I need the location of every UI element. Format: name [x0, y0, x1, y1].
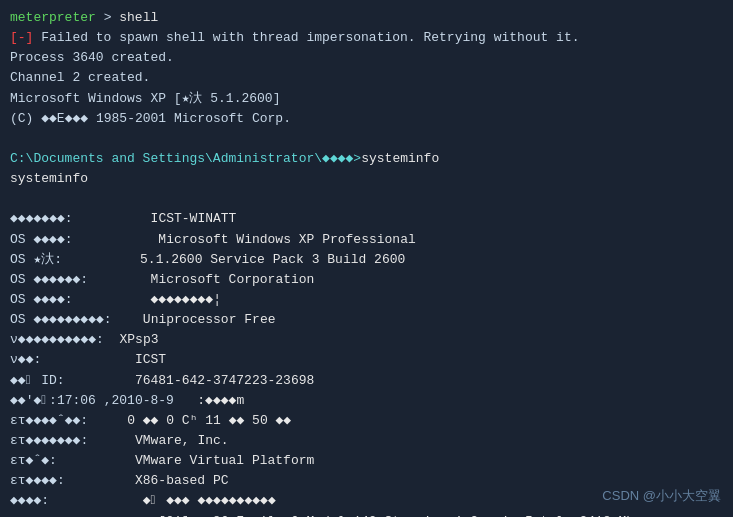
info-processor-val: [01]: x86 Family 6 Model 140 Stepping 1 … — [10, 512, 723, 517]
info-model: ετ◆ˆ◆: VMware Virtual Platform — [10, 451, 723, 471]
label: ν◆◆: — [10, 352, 135, 367]
prompt-text: meterpreter — [10, 10, 96, 25]
info-hostname: ◆◆◆◆◆◆◆: ICST-WINATT — [10, 209, 723, 229]
value: 5.1.2600 Service Pack 3 Build 2600 — [140, 252, 405, 267]
command-text: shell — [119, 10, 158, 25]
value: [01]: x86 Family 6 Model 140 Stepping 1 … — [158, 514, 642, 517]
label: ν◆◆◆◆◆◆◆◆◆◆: — [10, 332, 119, 347]
prompt-line: meterpreter > shell — [10, 8, 723, 28]
indent — [10, 514, 158, 517]
info-mfr: ετ◆◆◆◆◆◆◆: VMware, Inc. — [10, 431, 723, 451]
label: ◆◆𥱣 ID: — [10, 373, 135, 388]
process-line: Process 3640 created. — [10, 48, 723, 68]
info-os-mfr: OS ◆◆◆◆◆◆: Microsoft Corporation — [10, 270, 723, 290]
label: OS ★汏: — [10, 252, 140, 267]
path-line: C:\Documents and Settings\Administrator\… — [10, 149, 723, 169]
value: VMware, Inc. — [135, 433, 229, 448]
value: Microsoft Windows XP Professional — [151, 232, 416, 247]
info-os-type: OS ◆◆◆◆◆◆◆◆◆: Uniprocessor Free — [10, 310, 723, 330]
error-bracket: [-] — [10, 30, 33, 45]
terminal-content: meterpreter > shell [-] Failed to spawn … — [10, 8, 723, 517]
info-os-ver: OS ★汏: 5.1.2600 Service Pack 3 Build 260… — [10, 250, 723, 270]
label: ετ◆◆◆◆: — [10, 473, 135, 488]
value: Uniprocessor Free — [143, 312, 276, 327]
value: ICST — [135, 352, 166, 367]
blank2 — [10, 189, 723, 209]
value: ◆𥱡 ◆◆◆ ◆◆◆◆◆◆◆◆◆◆ — [143, 493, 276, 508]
blank1 — [10, 129, 723, 149]
info-prod-id: ◆◆𥱣 ID: 76481-642-3747223-23698 — [10, 371, 723, 391]
label: OS ◆◆◆◆: — [10, 232, 151, 247]
value: Microsoft Corporation — [151, 272, 315, 287]
info-reg-owner: ν◆◆◆◆◆◆◆◆◆◆: XPsp3 — [10, 330, 723, 350]
label: ◆◆◆◆◆◆◆: — [10, 211, 151, 226]
label: OS ◆◆◆◆: — [10, 292, 151, 307]
winxp-line: Microsoft Windows XP [★汏 5.1.2600] — [10, 89, 723, 109]
error-line: [-] Failed to spawn shell with thread im… — [10, 28, 723, 48]
label: OS ◆◆◆◆◆◆◆◆◆: — [10, 312, 143, 327]
value: ◆◆◆◆◆◆◆◆¦ — [151, 292, 221, 307]
value: 76481-642-3747223-23698 — [135, 373, 314, 388]
label: ετ◆ˆ◆: — [10, 453, 135, 468]
error-text: Failed to spawn shell with thread impers… — [33, 30, 579, 45]
channel-line: Channel 2 created. — [10, 68, 723, 88]
copyright-line: (C) ◆◆E◆◆◆ 1985-2001 Microsoft Corp. — [10, 109, 723, 129]
sysinfo-echo: systeminfo — [10, 169, 723, 189]
value: :◆◆◆◆m — [197, 393, 244, 408]
info-install-date: ◆◆'◆𥱩:17:06 ,2010-8-9 :◆◆◆◆m — [10, 391, 723, 411]
watermark: CSDN @小小大空翼 — [602, 487, 721, 505]
info-boot-time: ετ◆◆◆◆ˆ◆◆: 0 ◆◆ 0 Cʰ 11 ◆◆ 50 ◆◆ — [10, 411, 723, 431]
value: X86-based PC — [135, 473, 229, 488]
sysinfo-cmd: systeminfo — [361, 151, 439, 166]
label: ετ◆◆◆◆◆◆◆: — [10, 433, 135, 448]
info-os-config: OS ◆◆◆◆: ◆◆◆◆◆◆◆◆¦ — [10, 290, 723, 310]
value: VMware Virtual Platform — [135, 453, 314, 468]
value: XPsp3 — [119, 332, 158, 347]
label: OS ◆◆◆◆◆◆: — [10, 272, 151, 287]
label: ◆◆'◆𥱩:17:06 ,2010-8-9 — [10, 393, 197, 408]
value: 0 ◆◆ 0 Cʰ 11 ◆◆ 50 ◆◆ — [127, 413, 291, 428]
info-os-name: OS ◆◆◆◆: Microsoft Windows XP Profession… — [10, 230, 723, 250]
info-reg-org: ν◆◆: ICST — [10, 350, 723, 370]
label: ◆◆◆◆: — [10, 493, 143, 508]
value: ICST-WINATT — [151, 211, 237, 226]
path-text: C:\Documents and Settings\Administrator\… — [10, 151, 361, 166]
label: ετ◆◆◆◆ˆ◆◆: — [10, 413, 127, 428]
terminal-window: meterpreter > shell [-] Failed to spawn … — [0, 0, 733, 517]
